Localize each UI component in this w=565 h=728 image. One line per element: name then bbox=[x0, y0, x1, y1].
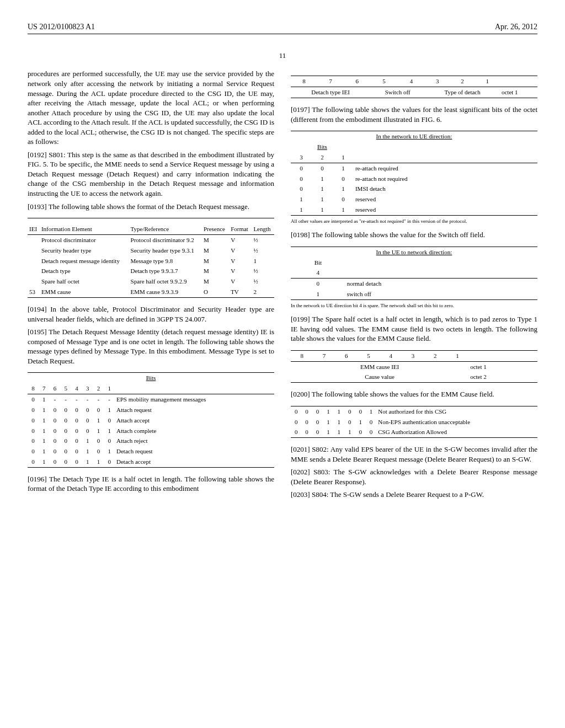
network-to-ue-bits-table: In the network to UE direction: Bits 321… bbox=[291, 131, 537, 216]
left-column: procedures are performed successfully, t… bbox=[28, 69, 274, 503]
para-0196: [0196] The Detach Type IE is a half octe… bbox=[28, 474, 274, 494]
para-label: [0192] bbox=[28, 151, 47, 159]
page-header: US 2012/0100823 A1 Apr. 26, 2012 bbox=[28, 22, 537, 34]
switch-off-bit-table: In the UE to network direction: Bit 4 0n… bbox=[291, 247, 537, 300]
para-0202: [0202] S803: The S-GW acknowledges with … bbox=[291, 467, 537, 486]
para-0198: [0198] The following table shows the val… bbox=[291, 230, 537, 240]
para-0201: [0201] S802: Any valid EPS bearer of the… bbox=[291, 445, 537, 464]
emm-cause-values-table: 00011001Not authorized for this CSG 0001… bbox=[291, 406, 537, 438]
table5-footnote: In the network to UE direction bit 4 is … bbox=[291, 302, 537, 309]
para-label: [0193] bbox=[28, 202, 47, 211]
para-0197: [0197] The following table shows the val… bbox=[291, 105, 537, 124]
pub-date: Apr. 26, 2012 bbox=[495, 22, 537, 33]
right-column: 87654321 Detach type IEI Switch off Type… bbox=[291, 69, 537, 503]
para-0200: [0200] The following table shows the val… bbox=[291, 389, 537, 399]
para-0203: [0203] S804: The S-GW sends a Delete Bea… bbox=[291, 490, 537, 500]
doc-id: US 2012/0100823 A1 bbox=[28, 22, 95, 33]
intro-para: procedures are performed successfully, t… bbox=[28, 69, 274, 146]
page-number: 11 bbox=[28, 51, 537, 61]
para-0199: [0199] The Spare half octet is a half oc… bbox=[291, 314, 537, 344]
para-0193: [0193] The following table shows the for… bbox=[28, 202, 274, 212]
detach-request-format-table: IEI Information Element Type/Reference P… bbox=[28, 218, 274, 298]
emm-cause-format-table: 87654321 EMM cause IEIoctet 1 Cause valu… bbox=[291, 350, 537, 383]
table4-footnote: All other values are interpreted as "re-… bbox=[291, 218, 537, 224]
detach-type-ie-table: 87654321 Detach type IEI Switch off Type… bbox=[291, 76, 537, 98]
para-0192: [0192] S801: This step is the same as th… bbox=[28, 150, 274, 199]
para-0195: [0195] The Detach Request Message Identi… bbox=[28, 327, 274, 366]
message-type-bits-table: Bits 87654321 01------EPS mobility manag… bbox=[28, 372, 274, 468]
para-0194: [0194] In the above table, Protocol Disc… bbox=[28, 304, 274, 324]
